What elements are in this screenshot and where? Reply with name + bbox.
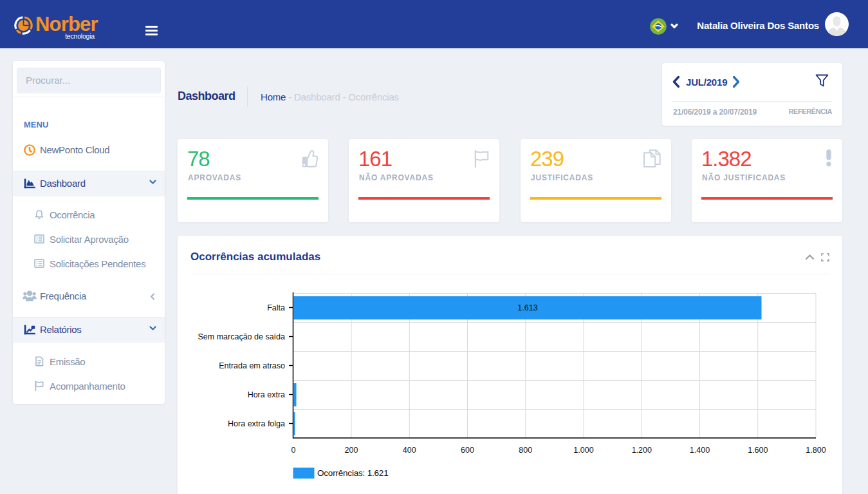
svg-text:400: 400 bbox=[403, 446, 416, 455]
svg-text:1.000: 1.000 bbox=[573, 446, 593, 455]
svg-text:1.200: 1.200 bbox=[632, 446, 652, 455]
svg-text:Hora extra folga: Hora extra folga bbox=[228, 419, 285, 428]
svg-text:Entrada em atraso: Entrada em atraso bbox=[219, 361, 285, 370]
svg-text:800: 800 bbox=[519, 446, 532, 455]
svg-text:Sem marcação de saída: Sem marcação de saída bbox=[198, 332, 286, 341]
svg-text:1.800: 1.800 bbox=[806, 446, 826, 455]
svg-text:200: 200 bbox=[345, 446, 358, 455]
svg-text:Ocorrências: 1.621: Ocorrências: 1.621 bbox=[317, 468, 388, 478]
svg-text:1.400: 1.400 bbox=[690, 446, 710, 455]
svg-text:Hora extra: Hora extra bbox=[248, 390, 285, 399]
svg-text:600: 600 bbox=[461, 446, 474, 455]
svg-text:Falta: Falta bbox=[267, 303, 285, 312]
svg-text:1.613: 1.613 bbox=[517, 303, 537, 312]
svg-text:1.600: 1.600 bbox=[748, 446, 768, 455]
svg-text:0: 0 bbox=[291, 446, 296, 455]
